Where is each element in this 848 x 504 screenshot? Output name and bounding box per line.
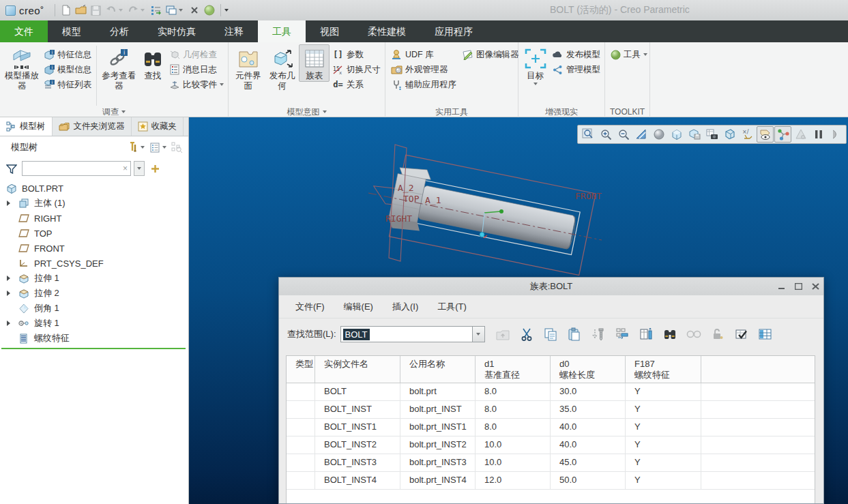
cell-f187[interactable]: Y [626,436,701,454]
find-instance-button[interactable] [662,326,678,342]
look-in-combobox[interactable]: BOLT [340,326,473,342]
table-row[interactable]: BOLT_INST bolt.prt_INST 8.0 35.0 Y [287,401,815,419]
component-interface-button[interactable]: 元件界面 [231,44,265,91]
publish-geometry-button[interactable]: 发布几何 [265,44,299,91]
simulate-button[interactable] [792,126,809,143]
tab-annotate[interactable]: 注释 [210,20,258,42]
table-row[interactable]: BOLT_INST1 bolt.prt_INST1 8.0 40.0 Y [287,419,815,436]
datum-label-right[interactable]: RIGHT [385,213,412,224]
manage-models-button[interactable]: 管理模型 [552,63,600,76]
windows-button[interactable] [164,3,179,18]
dialog-title-bar[interactable]: 族表:BOLT [279,278,823,295]
paste-button[interactable] [566,326,583,342]
tree-item-front-plane[interactable]: FRONT [0,241,188,256]
tab-file[interactable]: 文件 [0,20,48,42]
menu-file[interactable]: 文件(F) [289,298,332,316]
filter-dropdown-button[interactable] [134,161,145,176]
tab-analysis[interactable]: 分析 [96,20,143,42]
tree-item-body[interactable]: 主体 (1) [0,196,188,211]
menu-insert[interactable]: 插入(I) [385,298,425,316]
tree-insert-locator[interactable] [1,348,186,349]
expand-arrow[interactable] [7,201,10,206]
cell-f187[interactable]: Y [626,383,701,400]
pause-button[interactable] [810,126,827,143]
relations-button[interactable]: d=关系 [332,78,381,91]
redo-dropdown-caret[interactable] [141,9,145,12]
patternize-instance-button[interactable] [590,326,606,342]
col-header-d0[interactable]: d0螺栓长度 [551,356,626,383]
cell-common-name[interactable]: bolt.prt_INST1 [400,419,476,436]
dialog-maximize-button[interactable] [795,282,802,292]
tree-filter-text[interactable] [25,164,123,173]
cell-instance-name[interactable]: BOLT_INST3 [315,454,400,471]
col-header-type[interactable]: 类型 [287,356,315,383]
publish-model-button[interactable]: 发布模型 [552,48,600,61]
expand-arrow[interactable] [7,291,10,296]
cell-type[interactable] [287,454,315,471]
filter-add-button[interactable] [147,161,162,176]
display-style-button[interactable] [650,126,667,143]
cell-type[interactable] [287,383,315,400]
regenerate-button[interactable] [149,3,164,18]
tree-item-csys[interactable]: PRT_CSYS_DEF [0,256,188,271]
image-editor-button[interactable]: 图像编辑器 [462,48,519,61]
model-player-button[interactable]: 模型播放器 [3,44,41,91]
tree-filter-input[interactable]: × [22,161,131,176]
cell-instance-name[interactable]: BOLT_INST [315,401,400,418]
undo-button[interactable] [104,3,119,18]
tab-tools[interactable]: 工具 [258,20,306,42]
col-header-instance-name[interactable]: 实例文件名 [315,356,400,383]
cut-button[interactable] [518,326,535,342]
geometry-check-button[interactable]: 几何检查 [169,48,224,61]
lock-button[interactable] [710,326,726,342]
tree-item-extrude-1[interactable]: 拉伸 1 [0,271,188,286]
cell-d1[interactable]: 12.0 [476,472,551,489]
edit-columns-button[interactable] [757,326,774,342]
tab-favorites[interactable]: 收藏夹 [132,117,184,136]
dialog-minimize-button[interactable] [778,282,785,292]
undo-dropdown-caret[interactable] [119,9,123,12]
saved-orientations-button[interactable] [668,126,685,143]
save-button[interactable] [89,3,104,18]
dialog-close-button[interactable] [812,282,819,292]
expand-arrow[interactable] [7,276,10,281]
cell-d1[interactable]: 10.0 [476,454,551,471]
cell-common-name[interactable]: bolt.prt_INST3 [400,454,476,471]
tree-item-extrude-2[interactable]: 拉伸 2 [0,286,188,301]
cell-type[interactable] [287,419,315,436]
cell-common-name[interactable]: bolt.prt [400,383,476,400]
cell-d1[interactable]: 8.0 [476,401,551,418]
group-label-model-intent[interactable]: 模型意图 [229,106,385,117]
insert-column-button[interactable] [638,326,654,342]
tree-settings-button[interactable] [147,140,162,155]
filter-clear-icon[interactable]: × [123,164,128,173]
tree-item-revolve-1[interactable]: 旋转 1 [0,316,188,331]
menu-edit[interactable]: 编辑(E) [337,298,380,316]
filter-funnel-icon[interactable] [4,161,19,176]
datum-label-a2[interactable]: A_2 [398,183,413,193]
cell-instance-name[interactable]: BOLT_INST2 [315,436,400,454]
cell-common-name[interactable]: bolt.prt_INST4 [400,472,476,489]
perspective-button[interactable] [721,126,738,143]
table-row[interactable]: BOLT bolt.prt 8.0 30.0 Y [287,383,815,401]
col-header-d1[interactable]: d1基准直径 [476,356,551,383]
repaint-button[interactable] [632,126,649,143]
zoom-out-button[interactable] [615,126,632,143]
tab-view[interactable]: 视图 [306,20,353,42]
datum-label-front[interactable]: FRONT [575,191,602,201]
new-file-button[interactable] [59,3,74,18]
cell-d0[interactable]: 30.0 [551,383,626,400]
tab-applications[interactable]: 应用程序 [420,20,487,42]
toolkit-tools-button[interactable]: 工具 [611,48,647,61]
table-row[interactable]: BOLT_INST4 bolt.prt_INST4 12.0 50.0 Y [287,472,815,490]
preview-button[interactable] [686,326,702,342]
tree-item-top-plane[interactable]: TOP [0,226,188,241]
windows-dropdown-caret[interactable] [179,9,183,12]
tree-settings-caret[interactable] [162,146,166,149]
toolkit-tools-caret[interactable] [643,53,647,56]
col-header-f187[interactable]: F187螺纹特征 [626,356,701,383]
col-header-common-name[interactable]: 公用名称 [400,356,476,383]
table-row[interactable]: BOLT_INST3 bolt.prt_INST3 10.0 45.0 Y [287,454,815,472]
tab-live-simulation[interactable]: 实时仿真 [143,20,210,42]
cell-common-name[interactable]: bolt.prt_INST2 [400,436,476,454]
